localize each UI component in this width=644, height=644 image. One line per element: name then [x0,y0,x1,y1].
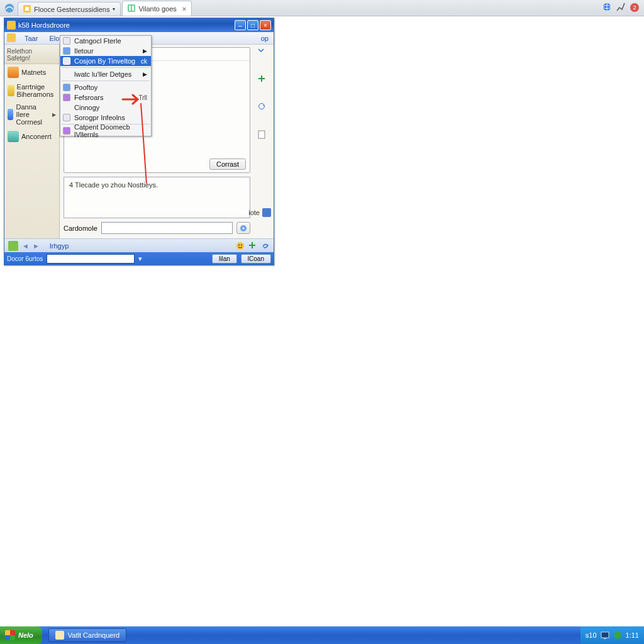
menu-item-1[interactable]: Taar [22,33,40,43]
close-button[interactable]: × [260,20,271,30]
svg-point-10 [259,104,265,109]
menu-item-icon [63,94,70,101]
status-emoji-icon[interactable] [236,242,245,250]
address-action-1[interactable]: lilan [212,254,237,264]
sidebar-item-0[interactable]: Matnets [4,64,59,80]
menu-item-iletour[interactable]: Iletour▶ [60,46,151,56]
note-body-text: 4 Tlecade yo zhou Nosttieys. [69,181,158,189]
globe-icon[interactable] [602,3,611,13]
menu-item-catpent[interactable]: Catpent Doomecb lVllernls [60,126,151,136]
svg-rect-15 [601,632,609,638]
taskbar: Nelo Vatlt Cardnquerd s10 1:11 [0,626,644,644]
tab-label: Flooce Gestercussidiens [34,6,109,13]
start-button[interactable]: Nelo [0,626,42,644]
window-app-icon [7,21,16,30]
menu-item-label: Cosjon By Tinveltog [74,57,135,65]
menu-item-label: Pooftoy [74,84,97,91]
tray-label: s10 [586,631,597,639]
maximize-button[interactable]: □ [247,20,258,30]
menubar-back-icon[interactable] [7,33,16,43]
svg-rect-4 [129,6,131,11]
combo-label: Cardomole [64,225,97,232]
status-nav-back-icon[interactable]: ◄ [22,242,29,250]
minimize-button[interactable]: – [235,20,246,30]
menu-item-label: Fefsroars [74,94,103,101]
browser-tab-strip: Flooce Gestercussidiens ▾ Vilanto goes ×… [0,0,644,16]
menu-item-sorogpr[interactable]: Sorogpr Infeolns [60,113,151,123]
browser-tab-1[interactable]: Flooce Gestercussidiens ▾ [18,2,121,16]
menu-item-label: Catpent Doomecb lVllernls [74,123,147,138]
dropdown-caret-icon[interactable] [258,47,267,56]
menu-item-catngocl[interactable]: Catngocl Fterle [60,36,151,46]
add-icon[interactable] [258,75,267,84]
sidebar-item-label: Danna Ilere Corrnesl [16,103,50,126]
address-input[interactable] [47,254,135,264]
confirm-button[interactable]: Corrast [209,158,246,170]
address-action-2[interactable]: lCoan [241,254,271,264]
refresh-icon[interactable] [258,103,267,111]
menu-item-iwatc[interactable]: lwatc lu'ller Detges▶ [60,69,151,79]
sidebar-item-3[interactable]: Anconerrt [4,128,59,145]
tab-close-icon[interactable]: × [182,5,186,13]
submenu-arrow-icon: ▶ [143,48,147,54]
sidebar-item-1[interactable]: Earrtnige Biheramons [4,80,59,101]
menu-item-label: lwatc lu'ller Detges [74,70,131,78]
menu-item-label: Cinnogy [74,104,99,111]
status-label: Irhgyp [50,242,69,250]
taskbar-item-1[interactable]: Vatlt Cardnquerd [48,628,126,642]
svg-rect-2 [25,7,29,11]
menu-item-icon [63,47,70,55]
tray-monitor-icon[interactable] [601,631,609,640]
combo-input[interactable] [101,222,233,234]
svg-point-13 [238,244,240,245]
menu-item-label: Iletour [74,47,94,55]
svg-point-12 [236,242,244,250]
submenu-arrow-icon: ▶ [143,71,147,77]
menu-item-icon [63,84,70,91]
address-label: Docor 6urtos [7,255,43,262]
signal-icon[interactable] [616,3,625,13]
sidebar-item-icon [8,85,14,96]
menu-item-icon [63,37,70,45]
menu-separator [62,67,150,68]
sidebar-item-label: Earrtnige Biheramons [17,83,56,98]
status-plus-icon[interactable] [248,242,257,250]
browser-app-icon [4,3,15,14]
sidebar-header: Relethon Safetgn! [4,46,59,64]
status-app-icon[interactable] [8,241,18,251]
address-dropdown-icon[interactable]: ▾ [138,255,142,263]
tab-label: Vilanto goes [138,5,176,13]
tray-clock[interactable]: 1:11 [626,631,639,639]
menu-item-cosjon[interactable]: Cosjon By Tinveltogck [60,56,151,66]
menu-item-help[interactable]: op [261,35,271,42]
page-icon[interactable] [258,130,267,139]
window-status-strip: ◄ ► Irhgyp [4,238,274,252]
notification-badge[interactable]: 2 [630,3,639,12]
menu-item-icon [63,57,70,65]
browser-toolbar-right: 2 [602,3,639,13]
menu-item-pooftoy[interactable]: Pooftoy [60,82,151,92]
context-menu: Catngocl Fterle Iletour▶ Cosjon By Tinve… [60,35,152,136]
tray-shield-icon[interactable] [613,631,622,640]
svg-rect-11 [258,131,265,138]
sidebar-item-label: Anconerrt [21,133,52,140]
combo-row: Cardomole [64,222,250,234]
menu-separator [62,80,150,81]
window-titlebar[interactable]: k58 Hordsdroore – □ × [4,18,274,32]
taskbar-item-label: Vatlt Cardnquerd [68,631,119,639]
sidebar-item-2[interactable]: Danna Ilere Corrnesl ▶ [4,101,59,128]
window-title: k58 Hordsdroore [18,21,70,29]
note-body: 4 Tlecade yo zhou Nosttieys. [64,177,250,218]
status-attach-icon[interactable] [261,242,270,250]
status-nav-fwd-icon[interactable]: ► [33,242,40,250]
annotation-arrow-icon [121,93,140,107]
combo-go-button[interactable] [236,222,250,234]
start-label: Nelo [18,631,33,639]
tab-dropdown-caret-icon[interactable]: ▾ [113,6,115,12]
note-bottom-icon[interactable] [262,208,271,217]
svg-rect-3 [128,4,135,12]
menu-item-label: Catngocl Fterle [74,37,121,45]
sidebar-item-label: Matnets [21,69,46,76]
chevron-right-icon: ▶ [52,112,56,118]
browser-tab-2[interactable]: Vilanto goes × [122,1,192,16]
